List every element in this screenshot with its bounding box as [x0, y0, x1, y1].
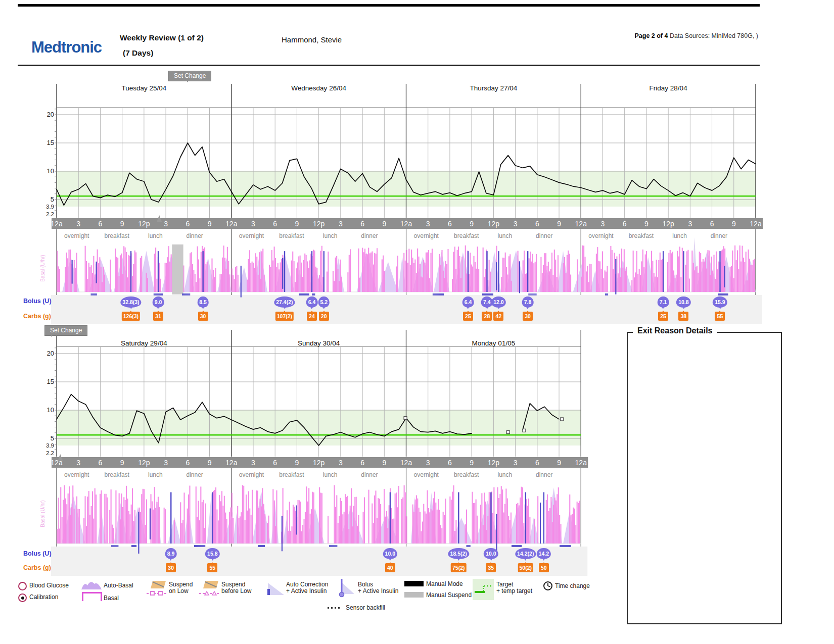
- sensor-backfill-tick: [723, 293, 724, 295]
- auto-basal-column: [242, 485, 243, 543]
- auto-basal-column: [252, 490, 253, 543]
- auto-basal-column: [507, 275, 508, 292]
- sensor-backfill-tick: [94, 293, 95, 295]
- auto-basal-column: [123, 497, 124, 543]
- auto-basal-column: [59, 528, 60, 543]
- auto-basal-column: [143, 489, 144, 543]
- auto-basal-column: [640, 275, 641, 292]
- auto-basal-column: [336, 495, 337, 543]
- auto-basal-column: [421, 277, 422, 292]
- legend-suspend-before-low: Suspendbefore Low: [221, 581, 251, 595]
- auto-basal-column: [387, 528, 388, 543]
- auto-basal-column: [342, 514, 343, 543]
- sensor-backfill-tick: [437, 293, 438, 295]
- auto-basal-column: [597, 247, 598, 292]
- auto-basal-column: [417, 249, 418, 292]
- auto-basal-column: [319, 487, 320, 543]
- auto-basal-column: [304, 519, 305, 543]
- auto-basal-column: [247, 511, 248, 543]
- auto-basal-column: [127, 499, 128, 543]
- auto-basal-column: [737, 251, 738, 292]
- auto-basal-column: [155, 247, 156, 292]
- auto-basal-column: [405, 261, 406, 292]
- auto-basal-column: [166, 263, 167, 292]
- auto-basal-column: [127, 277, 128, 292]
- auto-basal-column: [587, 266, 588, 292]
- auto-basal-column: [347, 496, 348, 543]
- auto-basal-column: [140, 258, 141, 292]
- auto-basal-column: [502, 258, 503, 292]
- auto-basal-column: [301, 531, 302, 543]
- auto-basal-column: [570, 275, 571, 292]
- auto-basal-column: [182, 520, 183, 543]
- auto-basal-column: [215, 487, 216, 543]
- sensor-backfill-tick: [484, 293, 485, 295]
- time-axis-label: 12p: [488, 459, 500, 467]
- sensor-backfill-tick: [204, 545, 205, 547]
- auto-basal-column: [350, 506, 351, 543]
- set-change-pointer: [185, 78, 190, 85]
- auto-basal-column: [455, 520, 456, 543]
- sensor-backfill-tick: [516, 545, 517, 547]
- sensor-backfill-tick: [520, 545, 521, 547]
- auto-basal-column: [438, 499, 439, 543]
- auto-basal-column: [202, 502, 203, 543]
- y-axis-tick-label: 15: [47, 139, 54, 146]
- auto-basal-column: [440, 525, 441, 543]
- auto-basal-column: [485, 502, 486, 543]
- auto-basal-column: [589, 264, 590, 292]
- time-axis-label: 6: [99, 220, 103, 228]
- auto-basal-column: [349, 255, 350, 292]
- carb-marker: 50(2): [518, 563, 533, 572]
- auto-basal-column: [154, 487, 155, 543]
- time-axis-label: 3: [514, 459, 518, 467]
- carb-marker: 75(2): [451, 563, 467, 572]
- auto-basal-column: [264, 275, 265, 292]
- auto-basal-column: [426, 253, 427, 292]
- bolus-marker: 10.8: [676, 296, 690, 308]
- auto-basal-column: [338, 523, 339, 543]
- auto-basal-column: [354, 497, 355, 543]
- auto-basal-column: [89, 267, 90, 292]
- auto-basal-column: [408, 249, 409, 292]
- auto-basal-column: [572, 514, 573, 543]
- auto-basal-column: [489, 492, 490, 543]
- auto-basal-column: [270, 267, 271, 292]
- carb-marker: 20: [319, 312, 329, 321]
- auto-basal-column: [546, 500, 547, 543]
- auto-basal-column: [606, 272, 607, 292]
- auto-correction-spike: [496, 262, 497, 290]
- auto-basal-column: [452, 491, 453, 543]
- auto-basal-column: [503, 513, 504, 543]
- bolus-marker: 9.0: [153, 296, 164, 308]
- day-title: Saturday 29/04: [121, 339, 167, 347]
- auto-basal-column: [565, 273, 566, 292]
- auto-basal-column: [742, 246, 743, 292]
- auto-basal-column: [87, 279, 88, 292]
- auto-basal-column: [655, 277, 656, 292]
- sensor-backfill-tick: [530, 293, 531, 295]
- auto-basal-column: [498, 498, 499, 543]
- auto-basal-column: [132, 276, 133, 292]
- auto-basal-column: [731, 266, 732, 292]
- auto-basal-column: [258, 275, 259, 292]
- auto-basal-column: [532, 254, 533, 292]
- auto-correction-spike: [241, 266, 242, 298]
- sensor-backfill-tick: [93, 293, 94, 295]
- auto-basal-column: [581, 277, 582, 292]
- auto-basal-column: [511, 513, 512, 543]
- bg-meter-reading: [561, 418, 564, 421]
- auto-basal-column: [619, 254, 620, 292]
- auto-basal-column: [164, 508, 165, 543]
- carb-marker: 50: [539, 563, 549, 572]
- auto-basal-column: [303, 260, 304, 292]
- auto-basal-column: [412, 505, 413, 543]
- auto-basal-column: [60, 487, 61, 543]
- auto-basal-column: [711, 257, 712, 292]
- auto-basal-column: [187, 509, 188, 543]
- auto-basal-column: [269, 265, 270, 292]
- sensor-backfill-tick: [488, 293, 489, 295]
- meal-label: overnight: [414, 232, 439, 239]
- auto-basal-column: [590, 264, 591, 292]
- auto-basal-column: [484, 277, 485, 292]
